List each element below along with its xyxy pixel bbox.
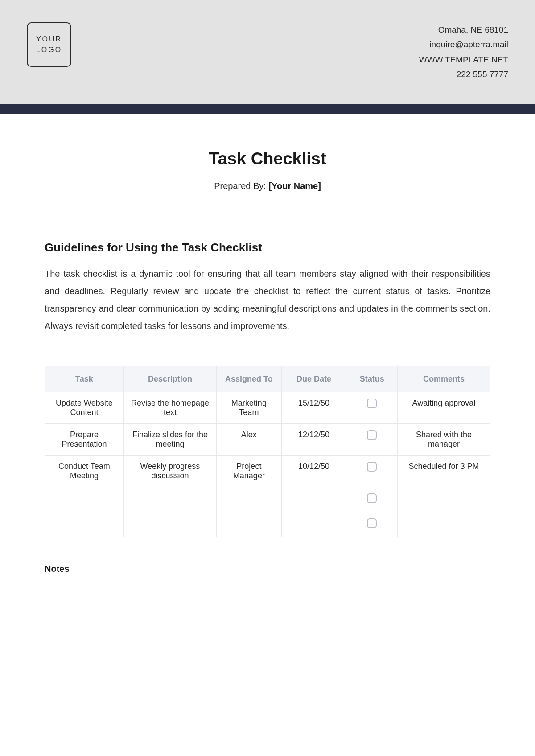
cell-status bbox=[346, 487, 397, 512]
cell-task bbox=[45, 487, 124, 512]
header-description: Description bbox=[123, 366, 216, 392]
cell-comments bbox=[397, 512, 490, 537]
title-divider bbox=[45, 216, 490, 216]
contact-address: Omaha, NE 68101 bbox=[419, 22, 508, 37]
cell-assigned: Alex bbox=[217, 424, 282, 456]
task-table: Task Description Assigned To Due Date St… bbox=[45, 366, 490, 537]
checkbox-icon[interactable] bbox=[367, 462, 377, 472]
table-header-row: Task Description Assigned To Due Date St… bbox=[45, 366, 490, 392]
checkbox-icon[interactable] bbox=[367, 399, 377, 408]
cell-task bbox=[45, 512, 124, 537]
table-row: Prepare Presentation Finalize slides for… bbox=[45, 424, 490, 456]
table-row bbox=[45, 487, 490, 512]
page-title: Task Checklist bbox=[45, 149, 490, 168]
logo-line2: LOGO bbox=[36, 45, 62, 55]
guidelines-heading: Guidelines for Using the Task Checklist bbox=[45, 241, 490, 255]
table-row: Conduct Team Meeting Weekly progress dis… bbox=[45, 456, 490, 487]
cell-status bbox=[346, 512, 397, 537]
header-task: Task bbox=[45, 366, 124, 392]
cell-assigned: Project Manager bbox=[217, 456, 282, 487]
contact-website: WWW.TEMPLATE.NET bbox=[419, 52, 508, 67]
checkbox-icon[interactable] bbox=[367, 518, 377, 528]
header-status: Status bbox=[346, 366, 397, 392]
cell-assigned: Marketing Team bbox=[217, 392, 282, 424]
cell-status bbox=[346, 392, 397, 424]
cell-description bbox=[123, 487, 216, 512]
cell-assigned bbox=[217, 487, 282, 512]
cell-task: Update Website Content bbox=[45, 392, 124, 424]
prepared-by: Prepared By: [Your Name] bbox=[45, 181, 490, 191]
table-row: Update Website Content Revise the homepa… bbox=[45, 392, 490, 424]
cell-due bbox=[281, 512, 346, 537]
cell-description: Revise the homepage text bbox=[123, 392, 216, 424]
cell-description: Weekly progress discussion bbox=[123, 456, 216, 487]
cell-description: Finalize slides for the meeting bbox=[123, 424, 216, 456]
contact-email: inquire@apterra.mail bbox=[419, 37, 508, 52]
cell-description bbox=[123, 512, 216, 537]
header-divider bbox=[0, 104, 535, 114]
cell-task: Conduct Team Meeting bbox=[45, 456, 124, 487]
logo-line1: YOUR bbox=[36, 34, 62, 45]
checkbox-icon[interactable] bbox=[367, 493, 377, 503]
cell-due bbox=[281, 487, 346, 512]
cell-due: 12/12/50 bbox=[281, 424, 346, 456]
cell-comments: Awaiting approval bbox=[397, 392, 490, 424]
cell-status bbox=[346, 424, 397, 456]
cell-due: 15/12/50 bbox=[281, 392, 346, 424]
document-body: Task Checklist Prepared By: [Your Name] … bbox=[0, 114, 535, 601]
prepared-label: Prepared By: bbox=[214, 181, 268, 191]
guidelines-body: The task checklist is a dynamic tool for… bbox=[45, 265, 490, 335]
table-row bbox=[45, 512, 490, 537]
prepared-value: [Your Name] bbox=[268, 181, 321, 191]
contact-block: Omaha, NE 68101 inquire@apterra.mail WWW… bbox=[419, 22, 508, 82]
cell-comments bbox=[397, 487, 490, 512]
checkbox-icon[interactable] bbox=[367, 430, 377, 440]
notes-heading: Notes bbox=[45, 564, 490, 574]
document-header: YOUR LOGO Omaha, NE 68101 inquire@apterr… bbox=[0, 0, 535, 104]
header-due: Due Date bbox=[281, 366, 346, 392]
header-comments: Comments bbox=[397, 366, 490, 392]
cell-comments: Scheduled for 3 PM bbox=[397, 456, 490, 487]
cell-assigned bbox=[217, 512, 282, 537]
contact-phone: 222 555 7777 bbox=[419, 67, 508, 82]
logo-placeholder: YOUR LOGO bbox=[27, 22, 71, 67]
cell-due: 10/12/50 bbox=[281, 456, 346, 487]
cell-comments: Shared with the manager bbox=[397, 424, 490, 456]
cell-task: Prepare Presentation bbox=[45, 424, 124, 456]
header-assigned: Assigned To bbox=[217, 366, 282, 392]
cell-status bbox=[346, 456, 397, 487]
